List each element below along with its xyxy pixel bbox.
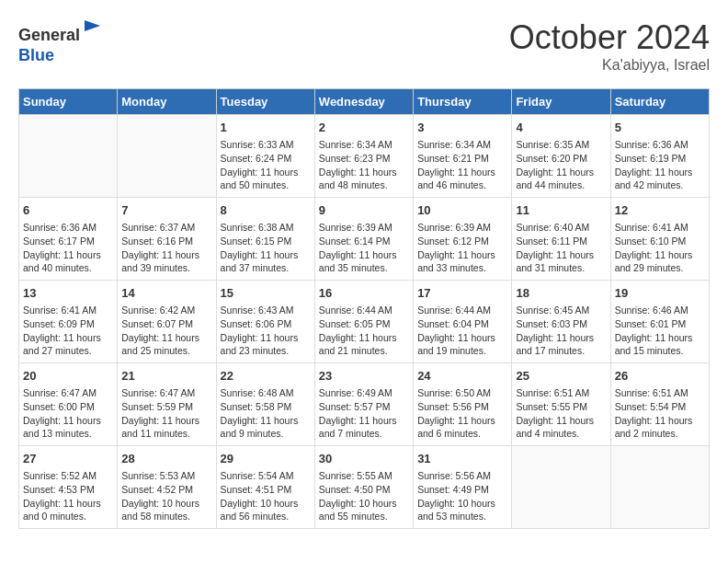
day-info: Sunrise: 6:36 AM Sunset: 6:17 PM Dayligh… [23,221,113,275]
day-info: Sunrise: 6:45 AM Sunset: 6:03 PM Dayligh… [516,304,606,358]
day-info: Sunrise: 6:51 AM Sunset: 5:54 PM Dayligh… [615,386,705,441]
day-info: Sunrise: 6:36 AM Sunset: 6:19 PM Dayligh… [615,138,705,192]
day-number: 18 [516,285,606,302]
day-number: 20 [23,368,113,385]
day-number: 13 [23,285,113,302]
calendar-cell: 9Sunrise: 6:39 AM Sunset: 6:14 PM Daylig… [314,198,413,281]
calendar-cell: 24Sunrise: 6:50 AM Sunset: 5:56 PM Dayli… [414,363,512,446]
day-info: Sunrise: 6:46 AM Sunset: 6:01 PM Dayligh… [615,304,705,358]
day-number: 21 [121,368,211,385]
calendar-cell: 30Sunrise: 5:55 AM Sunset: 4:50 PM Dayli… [314,446,413,529]
day-number: 14 [121,285,211,302]
day-info: Sunrise: 6:35 AM Sunset: 6:20 PM Dayligh… [516,138,606,192]
calendar-cell: 28Sunrise: 5:53 AM Sunset: 4:52 PM Dayli… [118,446,216,529]
day-number: 2 [319,120,409,136]
day-number: 31 [417,451,507,467]
calendar-cell: 17Sunrise: 6:44 AM Sunset: 6:04 PM Dayli… [414,281,512,363]
day-info: Sunrise: 6:41 AM Sunset: 6:10 PM Dayligh… [615,221,705,275]
calendar-cell: 3Sunrise: 6:34 AM Sunset: 6:21 PM Daylig… [414,115,512,198]
weekday-header-sunday: Sunday [19,89,118,115]
calendar-cell: 23Sunrise: 6:49 AM Sunset: 5:57 PM Dayli… [314,363,413,446]
day-number: 29 [221,451,311,467]
logo-flag-icon [82,18,104,40]
calendar-cell [512,446,610,529]
day-number: 30 [319,451,409,467]
day-info: Sunrise: 6:44 AM Sunset: 6:04 PM Dayligh… [417,304,507,358]
day-info: Sunrise: 6:39 AM Sunset: 6:14 PM Dayligh… [319,221,409,275]
calendar-cell: 15Sunrise: 6:43 AM Sunset: 6:06 PM Dayli… [216,281,314,363]
calendar-cell: 26Sunrise: 6:51 AM Sunset: 5:54 PM Dayli… [610,363,709,446]
day-info: Sunrise: 6:49 AM Sunset: 5:57 PM Dayligh… [319,386,409,441]
logo-general: General [18,26,80,44]
day-number: 11 [516,202,606,219]
calendar-cell: 4Sunrise: 6:35 AM Sunset: 6:20 PM Daylig… [512,115,610,198]
calendar-cell: 7Sunrise: 6:37 AM Sunset: 6:16 PM Daylig… [118,198,216,281]
day-info: Sunrise: 6:37 AM Sunset: 6:16 PM Dayligh… [121,221,211,275]
day-info: Sunrise: 6:47 AM Sunset: 6:00 PM Dayligh… [23,386,113,441]
day-number: 15 [221,285,311,302]
weekday-header-monday: Monday [118,89,216,115]
day-info: Sunrise: 5:53 AM Sunset: 4:52 PM Dayligh… [121,469,211,523]
day-number: 3 [417,120,507,136]
calendar-cell: 27Sunrise: 5:52 AM Sunset: 4:53 PM Dayli… [19,446,118,529]
day-number: 26 [615,368,705,385]
logo-blue: Blue [18,46,54,64]
calendar-header-row: SundayMondayTuesdayWednesdayThursdayFrid… [19,89,710,115]
calendar-cell: 10Sunrise: 6:39 AM Sunset: 6:12 PM Dayli… [414,198,512,281]
day-info: Sunrise: 6:47 AM Sunset: 5:59 PM Dayligh… [121,386,211,441]
calendar-cell: 13Sunrise: 6:41 AM Sunset: 6:09 PM Dayli… [19,281,118,363]
title-block: October 2024 Ka'abiyya, Israel [509,18,710,74]
day-info: Sunrise: 5:54 AM Sunset: 4:51 PM Dayligh… [221,469,311,523]
calendar-cell: 16Sunrise: 6:44 AM Sunset: 6:05 PM Dayli… [314,281,413,363]
page-header: General Blue October 2024 Ka'abiyya, Isr… [18,18,710,74]
day-info: Sunrise: 6:39 AM Sunset: 6:12 PM Dayligh… [417,221,507,275]
day-info: Sunrise: 6:50 AM Sunset: 5:56 PM Dayligh… [417,386,507,441]
day-info: Sunrise: 6:51 AM Sunset: 5:55 PM Dayligh… [516,386,606,441]
day-number: 16 [319,285,409,302]
calendar-cell: 6Sunrise: 6:36 AM Sunset: 6:17 PM Daylig… [19,198,118,281]
calendar-cell: 1Sunrise: 6:33 AM Sunset: 6:24 PM Daylig… [216,115,314,198]
svg-marker-0 [85,20,100,31]
calendar-cell [118,115,216,198]
day-number: 5 [615,120,705,136]
calendar-cell: 25Sunrise: 6:51 AM Sunset: 5:55 PM Dayli… [512,363,610,446]
day-info: Sunrise: 6:34 AM Sunset: 6:21 PM Dayligh… [417,138,507,192]
calendar-week-row: 6Sunrise: 6:36 AM Sunset: 6:17 PM Daylig… [19,198,710,281]
calendar-cell: 14Sunrise: 6:42 AM Sunset: 6:07 PM Dayli… [118,281,216,363]
month-title: October 2024 [509,18,710,57]
day-number: 10 [417,202,507,219]
day-number: 6 [23,202,113,219]
calendar-cell: 31Sunrise: 5:56 AM Sunset: 4:49 PM Dayli… [414,446,512,529]
calendar-cell: 29Sunrise: 5:54 AM Sunset: 4:51 PM Dayli… [216,446,314,529]
weekday-header-tuesday: Tuesday [216,89,314,115]
weekday-header-friday: Friday [512,89,610,115]
calendar-cell: 19Sunrise: 6:46 AM Sunset: 6:01 PM Dayli… [610,281,709,363]
calendar-cell: 22Sunrise: 6:48 AM Sunset: 5:58 PM Dayli… [216,363,314,446]
calendar-cell [610,446,709,529]
calendar-cell: 21Sunrise: 6:47 AM Sunset: 5:59 PM Dayli… [118,363,216,446]
day-info: Sunrise: 6:44 AM Sunset: 6:05 PM Dayligh… [319,304,409,358]
calendar-week-row: 27Sunrise: 5:52 AM Sunset: 4:53 PM Dayli… [19,446,710,529]
day-info: Sunrise: 5:56 AM Sunset: 4:49 PM Dayligh… [417,469,507,523]
calendar-cell: 12Sunrise: 6:41 AM Sunset: 6:10 PM Dayli… [610,198,709,281]
day-info: Sunrise: 6:34 AM Sunset: 6:23 PM Dayligh… [319,138,409,192]
calendar-cell: 11Sunrise: 6:40 AM Sunset: 6:11 PM Dayli… [512,198,610,281]
day-number: 23 [319,368,409,385]
calendar-week-row: 20Sunrise: 6:47 AM Sunset: 6:00 PM Dayli… [19,363,710,446]
day-info: Sunrise: 6:43 AM Sunset: 6:06 PM Dayligh… [221,304,311,358]
day-number: 1 [221,120,311,136]
calendar-cell: 8Sunrise: 6:38 AM Sunset: 6:15 PM Daylig… [216,198,314,281]
day-number: 17 [417,285,507,302]
weekday-header-saturday: Saturday [610,89,709,115]
day-info: Sunrise: 6:40 AM Sunset: 6:11 PM Dayligh… [516,221,606,275]
calendar-cell: 18Sunrise: 6:45 AM Sunset: 6:03 PM Dayli… [512,281,610,363]
location-title: Ka'abiyya, Israel [509,57,710,74]
day-info: Sunrise: 6:38 AM Sunset: 6:15 PM Dayligh… [221,221,311,275]
calendar-cell: 2Sunrise: 6:34 AM Sunset: 6:23 PM Daylig… [314,115,413,198]
day-info: Sunrise: 5:55 AM Sunset: 4:50 PM Dayligh… [319,469,409,523]
weekday-header-thursday: Thursday [414,89,512,115]
calendar-cell: 20Sunrise: 6:47 AM Sunset: 6:00 PM Dayli… [19,363,118,446]
calendar-table: SundayMondayTuesdayWednesdayThursdayFrid… [18,88,710,529]
calendar-week-row: 13Sunrise: 6:41 AM Sunset: 6:09 PM Dayli… [19,281,710,363]
day-number: 22 [221,368,311,385]
